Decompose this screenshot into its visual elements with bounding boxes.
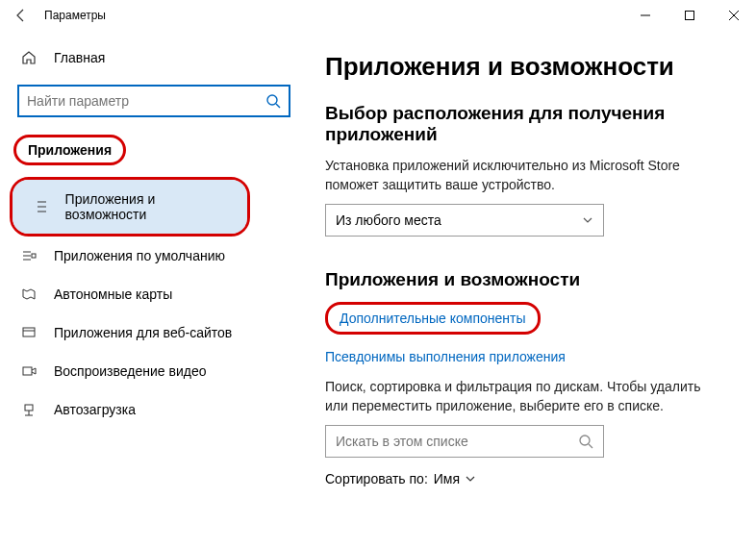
search-input-wrapper[interactable] bbox=[17, 85, 290, 117]
minimize-button[interactable] bbox=[623, 0, 668, 31]
apps-search-input[interactable] bbox=[336, 434, 578, 449]
dropdown-value: Из любого места bbox=[336, 212, 441, 228]
sort-control[interactable]: Сортировать по: Имя bbox=[325, 471, 727, 486]
apps-search-wrapper[interactable] bbox=[325, 425, 604, 458]
apps-heading: Приложения и возможности bbox=[325, 269, 727, 290]
nav-apps-features[interactable]: Приложения и возможности bbox=[13, 180, 247, 234]
nav-label: Приложения для веб-сайтов bbox=[54, 325, 232, 340]
nav-offline-maps[interactable]: Автономные карты bbox=[0, 275, 308, 313]
svg-rect-1 bbox=[686, 12, 694, 20]
svg-rect-15 bbox=[32, 254, 36, 258]
home-label: Главная bbox=[54, 50, 105, 65]
content-pane: Приложения и возможности Выбор расположе… bbox=[308, 31, 756, 548]
svg-rect-16 bbox=[23, 328, 35, 336]
highlight-annotation: Приложения и возможности bbox=[10, 177, 250, 237]
install-source-dropdown[interactable]: Из любого места bbox=[325, 204, 604, 237]
home-icon bbox=[19, 50, 38, 65]
window-title: Параметры bbox=[44, 9, 106, 22]
optional-features-link[interactable]: Дополнительные компоненты bbox=[325, 302, 541, 335]
link-label: Дополнительные компоненты bbox=[340, 311, 526, 326]
svg-rect-19 bbox=[25, 405, 33, 411]
window-controls bbox=[623, 0, 756, 31]
execution-aliases-link[interactable]: Псевдонимы выполнения приложения bbox=[325, 349, 566, 364]
map-icon bbox=[19, 286, 38, 302]
search-icon bbox=[578, 434, 593, 449]
nav-label: Воспроизведение видео bbox=[54, 363, 206, 379]
list-icon bbox=[32, 199, 50, 214]
install-heading: Выбор расположения для получения приложе… bbox=[325, 103, 727, 145]
nav-label: Автономные карты bbox=[54, 286, 172, 302]
video-icon bbox=[19, 363, 38, 379]
highlight-annotation: Приложения bbox=[13, 135, 126, 165]
svg-line-5 bbox=[276, 104, 280, 108]
websites-icon bbox=[19, 325, 38, 340]
nav-label: Автозагрузка bbox=[54, 402, 136, 417]
svg-line-23 bbox=[589, 444, 592, 448]
nav-label: Приложения и возможности bbox=[65, 191, 228, 222]
search-input[interactable] bbox=[27, 93, 265, 109]
page-title: Приложения и возможности bbox=[325, 52, 727, 82]
titlebar: Параметры bbox=[0, 0, 756, 31]
svg-rect-18 bbox=[23, 367, 32, 375]
svg-point-4 bbox=[267, 95, 277, 105]
defaults-icon bbox=[19, 248, 38, 263]
home-nav[interactable]: Главная bbox=[0, 40, 308, 75]
highlight-annotation: Дополнительные компоненты bbox=[325, 302, 727, 348]
section-header: Приложения bbox=[28, 142, 112, 158]
sort-value: Имя bbox=[434, 471, 460, 486]
nav-default-apps[interactable]: Приложения по умолчанию bbox=[0, 237, 308, 275]
search-icon bbox=[265, 93, 281, 109]
sidebar: Главная Приложения Приложения и возможно… bbox=[0, 31, 308, 548]
close-button[interactable] bbox=[712, 0, 756, 31]
apps-desc: Поиск, сортировка и фильтрация по дискам… bbox=[325, 378, 727, 415]
sort-label: Сортировать по: bbox=[325, 471, 428, 486]
nav-video-playback[interactable]: Воспроизведение видео bbox=[0, 352, 308, 390]
chevron-down-icon bbox=[582, 214, 593, 226]
startup-icon bbox=[19, 402, 38, 417]
install-desc: Установка приложений исключительно из Mi… bbox=[325, 157, 727, 194]
svg-point-22 bbox=[580, 436, 590, 445]
chevron-down-icon bbox=[466, 474, 475, 484]
nav-label: Приложения по умолчанию bbox=[54, 248, 225, 263]
nav-apps-websites[interactable]: Приложения для веб-сайтов bbox=[0, 313, 308, 352]
nav-startup[interactable]: Автозагрузка bbox=[0, 390, 308, 429]
back-button[interactable] bbox=[12, 6, 31, 25]
maximize-button[interactable] bbox=[668, 0, 712, 31]
